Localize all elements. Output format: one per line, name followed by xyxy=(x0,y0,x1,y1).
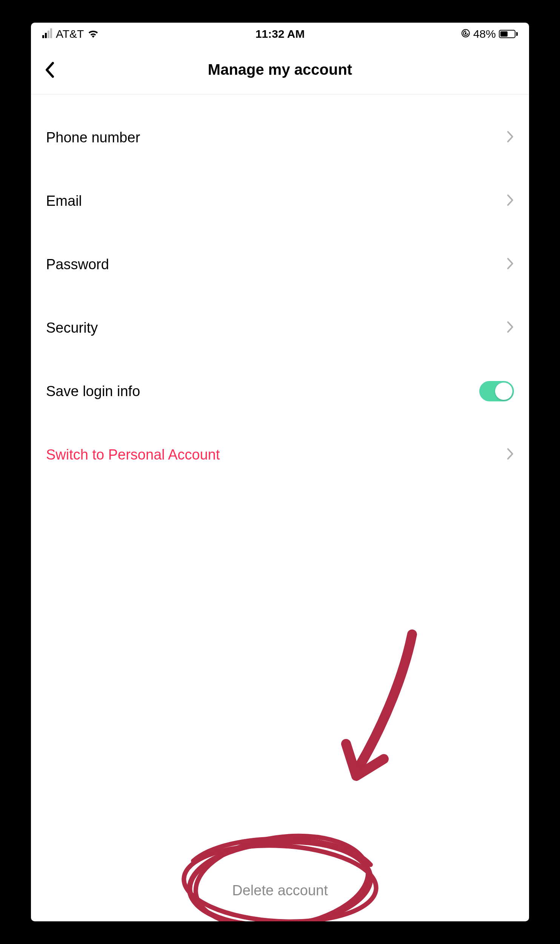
chevron-right-icon xyxy=(506,257,514,271)
row-password[interactable]: Password xyxy=(31,233,529,296)
row-label: Security xyxy=(46,320,98,336)
toggle-knob xyxy=(495,383,512,400)
row-email[interactable]: Email xyxy=(31,169,529,233)
nav-bar: Manage my account xyxy=(31,45,529,94)
row-switch-account[interactable]: Switch to Personal Account xyxy=(31,423,529,486)
footer: Delete account xyxy=(31,882,529,899)
row-label: Password xyxy=(46,256,109,273)
chevron-right-icon xyxy=(506,447,514,462)
svg-point-3 xyxy=(182,841,378,921)
wifi-icon xyxy=(88,28,99,40)
signal-icon xyxy=(42,30,52,38)
row-label: Phone number xyxy=(46,130,140,146)
row-label: Switch to Personal Account xyxy=(46,447,220,463)
chevron-right-icon xyxy=(506,194,514,208)
carrier-label: AT&T xyxy=(56,28,84,40)
back-button[interactable] xyxy=(42,62,57,77)
settings-list: Phone number Email Password Security Sav xyxy=(31,94,529,486)
row-label: Email xyxy=(46,193,82,209)
chevron-left-icon xyxy=(45,62,55,78)
battery-icon xyxy=(499,30,518,38)
save-login-toggle[interactable] xyxy=(479,381,514,401)
chevron-right-icon xyxy=(506,130,514,145)
time-label: 11:32 AM xyxy=(255,28,305,40)
status-left: AT&T xyxy=(42,28,99,40)
orientation-lock-icon xyxy=(461,28,470,40)
svg-rect-1 xyxy=(465,32,466,34)
delete-account-link[interactable]: Delete account xyxy=(232,882,328,898)
phone-frame: AT&T 11:32 AM 48% Manage my account Phon… xyxy=(31,23,529,921)
row-security[interactable]: Security xyxy=(31,296,529,359)
page-title: Manage my account xyxy=(208,61,352,78)
status-right: 48% xyxy=(461,28,518,40)
svg-point-4 xyxy=(190,825,374,921)
status-bar: AT&T 11:32 AM 48% xyxy=(31,23,529,45)
row-save-login-info: Save login info xyxy=(31,359,529,423)
row-phone-number[interactable]: Phone number xyxy=(31,106,529,169)
battery-label: 48% xyxy=(473,28,496,40)
svg-point-2 xyxy=(187,836,373,921)
row-label: Save login info xyxy=(46,383,140,400)
chevron-right-icon xyxy=(506,321,514,335)
